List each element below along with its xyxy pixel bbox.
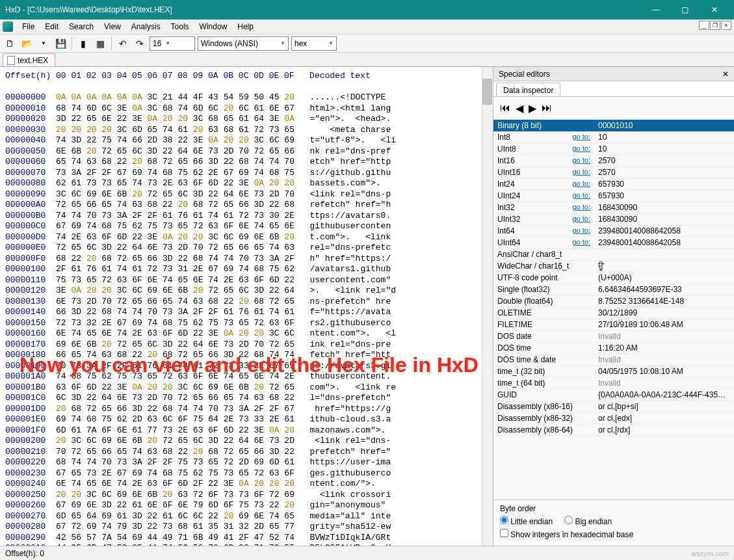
inspector-row[interactable]: UTF-8 code point (U+000A) [493,272,734,284]
redo-icon[interactable]: ↷ [133,36,147,51]
menu-edit[interactable]: Edit [40,20,64,33]
statusbar: Offset(h): 0 wsxym.com [0,546,734,560]
charset-value: Windows (ANSI) [201,39,258,48]
inspector-row[interactable]: UInt16go to:2570 [493,167,734,178]
hex-base-checkbox[interactable]: Show integers in hexadecimal base [500,529,633,539]
inspector-row[interactable]: AnsiChar / char8_t [493,248,734,260]
ram-icon[interactable]: ▦ [93,36,107,51]
menu-tools[interactable]: Tools [166,20,194,33]
inspector-row[interactable]: UInt24go to:657930 [493,190,734,202]
inspector-row[interactable]: DOS time1:16:20 AM [493,342,734,354]
inspector-row[interactable]: Binary (8 bit)00001010 [493,120,734,131]
goto-link[interactable]: go to: [572,168,590,176]
inspector-row[interactable]: Double (float64)8.75252 31366414E-148 [493,295,734,307]
menu-analysis[interactable]: Analysis [126,20,166,33]
menu-help[interactable]: Help [232,20,259,33]
bytes-per-row-combo[interactable]: 16 ▼ [150,36,195,51]
inspector-table[interactable]: Binary (8 bit)00001010Int8go to:10UInt8g… [493,120,734,436]
open-dropdown-icon[interactable]: ▼ [36,36,51,51]
toolbar: 🗋 📂 ▼ 💾 ▮ ▦ ↶ ↷ 16 ▼ Windows (ANSI) ▼ he… [0,34,734,53]
inspector-row[interactable]: Disassembly (x86-64)or cl,[rdx] [493,424,734,436]
goto-link[interactable]: go to: [572,215,590,222]
inspector-value: 00001010 [598,121,633,130]
inspector-row[interactable]: Int64go to:2394800140088642058 [493,225,734,237]
inspector-label: Int64 [497,226,515,235]
inspector-label: UInt64 [497,238,520,247]
close-button[interactable]: ✕ [700,0,729,20]
disk-icon[interactable]: ▮ [76,36,90,51]
menu-search[interactable]: Search [64,20,99,33]
inspector-value: or cl,[edx] [598,414,632,423]
inspector-row[interactable]: Int24go to:657930 [493,178,734,190]
side-close-icon[interactable]: ✕ [722,70,729,79]
inspector-row[interactable]: Single (float32)6.64634644593697E-33 [493,284,734,295]
new-file-icon[interactable]: 🗋 [3,36,17,51]
prev-icon[interactable]: ◀ [516,102,523,114]
document-tab[interactable]: text.HEX [3,53,55,66]
undo-icon[interactable]: ↶ [116,36,130,51]
open-file-icon[interactable]: 📂 [20,36,34,51]
inspector-row[interactable]: Int16go to:2570 [493,155,734,167]
mdi-restore-button[interactable]: ❐ [710,21,720,30]
goto-link[interactable]: go to: [572,191,590,199]
window-title: HxD - [C:\Users\Wareed\Desktop\HxD\text.… [5,5,641,14]
goto-link[interactable]: go to: [572,238,590,246]
menubar: File Edit Search View Analysis Tools Win… [0,20,734,34]
goto-link[interactable]: go to: [572,133,590,140]
last-icon[interactable]: ⏭ [542,102,552,114]
mdi-minimize-button[interactable]: _ [699,21,709,30]
inspector-row[interactable]: UInt64go to:2394800140088642058 [493,237,734,248]
chevron-down-icon: ▼ [165,40,170,46]
maximize-button[interactable]: ▢ [670,0,700,20]
menu-file[interactable]: File [17,20,40,33]
inspector-value: or cl,[bp+si] [598,402,638,411]
goto-link[interactable]: go to: [572,226,590,234]
side-panel-title-bar: Special editors ✕ [493,67,734,81]
inspector-row[interactable]: DOS time & dateInvalid [493,354,734,366]
inspector-row[interactable]: OLETIME30/12/1899 [493,307,734,319]
goto-link[interactable]: go to: [572,180,590,187]
save-icon[interactable]: 💾 [53,36,68,51]
inspector-label: UTF-8 code point [497,273,558,282]
first-icon[interactable]: ⏮ [500,102,510,114]
minimize-button[interactable]: — [641,0,670,20]
inspector-row[interactable]: UInt8go to:10 [493,143,734,155]
charset-combo[interactable]: Windows (ANSI) ▼ [198,36,289,51]
inspector-value: 27/10/9189 10:06:48 AM [598,320,683,329]
little-endian-radio[interactable]: Little endian [500,516,553,526]
inspector-label: GUID [497,390,517,399]
inspector-row[interactable]: DOS dateInvalid [493,330,734,342]
inspector-label: Disassembly (x86-64) [497,425,573,434]
menu-view[interactable]: View [99,20,126,33]
hex-editor[interactable]: Offset(h) 00 01 02 03 04 05 06 07 08 09 … [0,67,493,546]
inspector-value: 30/12/1899 [598,308,637,317]
inspector-row[interactable]: FILETIME27/10/9189 10:06:48 AM [493,319,734,330]
inspector-label: Int8 [497,133,510,142]
goto-link[interactable]: go to: [572,144,590,152]
side-tab-data-inspector[interactable]: Data inspector [496,83,560,96]
inspector-value: 10 [598,144,607,153]
base-combo[interactable]: hex ▼ [291,36,337,51]
inspector-row[interactable]: UInt32go to:168430090 [493,213,734,225]
inspector-row[interactable]: WideChar / char16_tਊ [493,260,734,272]
goto-link[interactable]: go to: [572,156,590,164]
inspector-row[interactable]: time_t (64 bit)Invalid [493,377,734,389]
inspector-label: Disassembly (x86-32) [497,414,573,423]
menu-window[interactable]: Window [194,20,233,33]
bytes-per-row-value: 16 [153,39,161,48]
inspector-row[interactable]: Int8go to:10 [493,131,734,143]
inspector-row[interactable]: GUID{0A0A0A0A-0A0A-213C-444F-435… [493,389,734,401]
inspector-label: DOS time & date [497,355,556,364]
inspector-row[interactable]: Int32go to:168430090 [493,202,734,213]
inspector-row[interactable]: Disassembly (x86-32)or cl,[edx] [493,412,734,424]
next-icon[interactable]: ▶ [529,102,536,114]
inspector-label: Disassembly (x86-16) [497,402,573,411]
inspector-value: 8.75252 31366414E-148 [598,297,684,306]
mdi-close-button[interactable]: × [721,21,731,30]
inspector-value: 2570 [598,168,616,177]
goto-link[interactable]: go to: [572,203,590,211]
inspector-value: (U+000A) [598,273,632,282]
inspector-row[interactable]: Disassembly (x86-16)or cl,[bp+si] [493,401,734,412]
inspector-row[interactable]: time_t (32 bit)04/05/1975 10:08:10 AM [493,366,734,377]
big-endian-radio[interactable]: Big endian [564,516,612,526]
